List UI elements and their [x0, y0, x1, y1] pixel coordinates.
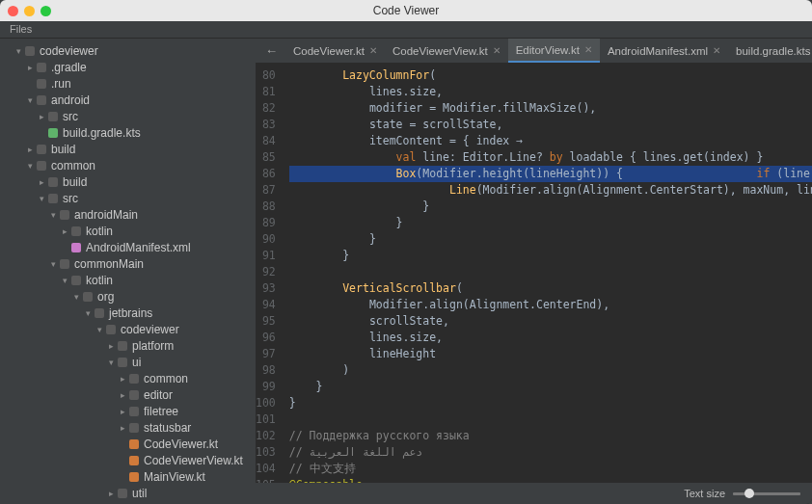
tree-item[interactable]: ▾codeviewer [0, 321, 256, 337]
tree-item[interactable]: ▾ui [0, 354, 256, 370]
editor-tab[interactable]: EditorView.kt✕ [508, 39, 600, 63]
tree-arrow-icon[interactable]: ▸ [25, 145, 35, 154]
code-line[interactable]: Box(Modifier.height(lineHeight)) { [289, 166, 623, 182]
code-line[interactable]: LazyColumnFor( [289, 67, 812, 84]
tree-arrow-icon[interactable]: ▾ [106, 358, 116, 367]
code-line[interactable]: } [289, 248, 812, 264]
tree-arrow-icon[interactable]: ▸ [118, 407, 127, 416]
tree-item[interactable]: ▸src [0, 108, 256, 124]
code-line[interactable]: // دعم اللغة العربية [289, 444, 812, 461]
tree-arrow-icon[interactable]: ▾ [71, 292, 81, 302]
code-line[interactable]: state = scrollState, [289, 117, 812, 133]
code-line[interactable]: // Поддержка русского языка [289, 428, 812, 444]
tree-arrow-icon[interactable]: ▸ [118, 423, 127, 433]
tree-item[interactable]: ▸filetree [0, 403, 256, 419]
tree-item[interactable]: .run [0, 75, 256, 92]
code-line[interactable]: Modifier.align(Alignment.CenterEnd), [289, 297, 812, 313]
tree-item[interactable]: ▾codeviewer [0, 42, 256, 59]
tree-item[interactable]: ▸.gradle [0, 59, 256, 75]
code-line[interactable]: Line(Modifier.align(Alignment.CenterStar… [289, 182, 812, 199]
tree-item[interactable]: ▾org [0, 288, 256, 305]
tree-arrow-icon[interactable]: ▾ [48, 259, 58, 269]
tree-arrow-icon[interactable]: ▸ [118, 390, 127, 400]
slider-thumb[interactable] [744, 489, 754, 498]
tree-arrow-icon[interactable]: ▸ [37, 177, 46, 187]
tree-item[interactable]: ▸common [0, 370, 256, 386]
tree-item-label: AndroidManifest.xml [86, 241, 191, 254]
tree-arrow-icon[interactable]: ▾ [25, 161, 35, 171]
code-line[interactable]: lines.size, [289, 330, 812, 346]
code-line[interactable]: // 中文支持 [289, 461, 812, 477]
file-tree[interactable]: ▾codeviewer▸.gradle.run▾android▸srcbuild… [0, 39, 256, 504]
code-line[interactable]: } [289, 199, 812, 215]
tree-arrow-icon[interactable]: ▾ [83, 308, 93, 318]
tree-item[interactable]: ▸build [0, 141, 256, 157]
tree-arrow-icon[interactable]: ▸ [118, 374, 127, 384]
close-icon[interactable]: ✕ [369, 45, 377, 56]
folder-icon [46, 112, 60, 121]
tree-item[interactable]: ▸kotlin [0, 223, 256, 239]
code-line[interactable]: lineHeight [289, 346, 812, 362]
tree-item[interactable]: ▸editor [0, 386, 256, 403]
code-line[interactable]: } [289, 395, 812, 411]
editor-tab[interactable]: CodeViewer.kt✕ [285, 39, 385, 63]
tree-arrow-icon[interactable]: ▾ [60, 276, 69, 285]
code-line[interactable]: } [289, 231, 812, 248]
editor-tab[interactable]: AndroidManifest.xml✕ [600, 39, 728, 63]
tab-prev-icon[interactable]: ← [259, 43, 284, 58]
code-line[interactable] [289, 411, 812, 428]
tree-arrow-icon[interactable]: ▾ [95, 325, 104, 334]
close-icon[interactable]: ✕ [584, 44, 592, 55]
code-line[interactable]: @Composable [289, 477, 812, 483]
code-line[interactable] [289, 264, 812, 280]
tree-item[interactable]: ▸platform [0, 337, 256, 354]
close-icon[interactable]: ✕ [713, 45, 720, 56]
tree-arrow-icon[interactable]: ▸ [25, 63, 35, 72]
tree-item[interactable]: AndroidManifest.xml [0, 239, 256, 255]
tree-item[interactable]: ▸util [0, 485, 256, 501]
tab-label: AndroidManifest.xml [608, 45, 708, 57]
tree-item[interactable]: ▾android [0, 92, 256, 108]
code-line[interactable]: lines.size, [289, 84, 812, 100]
tree-item[interactable]: build.gradle.kts [0, 124, 256, 141]
minimize-window-button[interactable] [24, 6, 35, 16]
code-line[interactable]: if (line == null) { [623, 166, 812, 182]
tree-item[interactable]: ▸build [0, 173, 256, 190]
code-line[interactable]: ) [289, 362, 812, 379]
tree-item[interactable]: ▾kotlin [0, 272, 256, 288]
code-line[interactable]: } [289, 215, 812, 231]
close-window-button[interactable] [8, 6, 18, 16]
tree-item[interactable]: ▾src [0, 190, 256, 206]
tree-arrow-icon[interactable]: ▸ [37, 112, 46, 121]
tree-arrow-icon[interactable]: ▾ [25, 95, 35, 105]
editor-tab[interactable]: build.gradle.kts✕ [728, 39, 812, 63]
tree-item[interactable]: ▾common [0, 157, 256, 173]
tree-item-label: commonMain [74, 257, 144, 271]
code-line[interactable]: val line: Editor.Line? by loadable { lin… [289, 149, 812, 166]
code-line[interactable]: itemContent = { index → [289, 133, 812, 149]
code-line[interactable]: scrollState, [289, 313, 812, 330]
tree-item[interactable]: MainView.kt [0, 468, 256, 485]
tree-item[interactable]: ▾androidMain [0, 206, 256, 223]
code-line[interactable]: VerticalScrollbar( [289, 280, 812, 297]
tree-arrow-icon[interactable]: ▸ [106, 489, 116, 498]
code-line[interactable]: } [289, 379, 812, 395]
tree-item[interactable]: ▾jetbrains [0, 305, 256, 321]
tree-arrow-icon[interactable]: ▾ [14, 46, 23, 56]
tree-item[interactable]: CodeViewer.kt [0, 436, 256, 452]
tree-arrow-icon[interactable]: ▸ [60, 226, 69, 236]
code-lines[interactable]: LazyColumnFor( lines.size, modifier = Mo… [284, 64, 812, 483]
code-body[interactable]: 8081828384858687888990919293949596979899… [256, 64, 812, 483]
line-number: 82 [256, 100, 276, 117]
tree-item[interactable]: CodeViewerView.kt [0, 452, 256, 468]
tree-arrow-icon[interactable]: ▾ [48, 210, 58, 220]
tree-arrow-icon[interactable]: ▸ [106, 341, 116, 351]
editor-tab[interactable]: CodeViewerView.kt✕ [385, 39, 508, 63]
code-line[interactable]: modifier = Modifier.fillMaxSize(), [289, 100, 812, 117]
text-size-slider[interactable] [733, 492, 800, 495]
tree-item[interactable]: ▸statusbar [0, 419, 256, 436]
tree-item[interactable]: ▾commonMain [0, 255, 256, 272]
tree-arrow-icon[interactable]: ▾ [37, 194, 46, 203]
maximize-window-button[interactable] [41, 6, 51, 16]
close-icon[interactable]: ✕ [493, 45, 501, 56]
